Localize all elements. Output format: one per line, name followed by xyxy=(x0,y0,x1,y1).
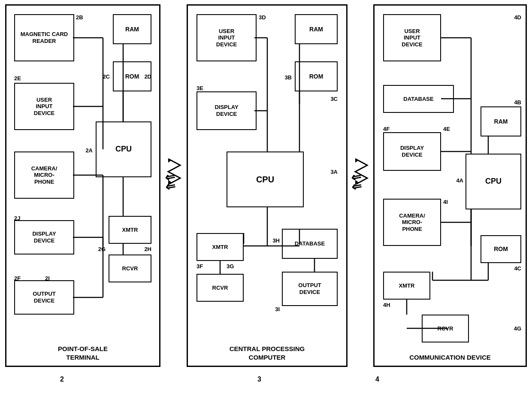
ref-4i: 4I xyxy=(443,199,448,205)
display-pos: DISPLAYDEVICE xyxy=(14,220,74,255)
ref-4c: 4C xyxy=(514,265,521,272)
cpu-comm: CPU xyxy=(466,154,521,209)
sys-num-4: 4 xyxy=(375,376,379,383)
ref-4h: 4H xyxy=(383,302,390,308)
ref-4a: 4A xyxy=(456,177,463,184)
output-cpu: OUTPUTDEVICE xyxy=(282,272,338,306)
ram-comm: RAM xyxy=(481,106,521,136)
ref-3f: 3F xyxy=(196,263,203,270)
ram-cpu: RAM xyxy=(295,14,338,44)
ref-2a: 2A xyxy=(85,147,93,154)
ref-4d: 4D xyxy=(514,14,521,21)
ref-3d: 3D xyxy=(259,14,266,21)
ref-4g: 4G xyxy=(514,325,521,332)
ref-4f: 4F xyxy=(383,126,390,132)
ref-3i: 3I xyxy=(275,306,280,312)
database-comm: DATABASE xyxy=(383,85,454,113)
user-input-pos: USERINPUTDEVICE xyxy=(14,83,74,130)
ref-2e: 2E xyxy=(14,75,21,82)
cpu-label: CENTRAL PROCESSINGCOMPUTER xyxy=(188,345,346,361)
rcvr-comm: RCVR xyxy=(422,315,469,342)
ref-2h: 2H xyxy=(144,246,151,252)
sys-num-3: 3 xyxy=(257,376,261,383)
ref-4b: 4B xyxy=(514,99,521,106)
ref-label-2b: 2B xyxy=(76,14,83,21)
ref-2d: 2D xyxy=(144,73,151,80)
camera-mic-comm: CAMERA/MICRO-PHONE xyxy=(383,199,441,246)
ref-2c: 2C xyxy=(103,73,110,80)
display-cpu: DISPLAYDEVICE xyxy=(196,91,257,130)
comm-label: COMMUNICATION DEVICE xyxy=(375,353,526,362)
ref-2g: 2G xyxy=(98,246,106,252)
rcvr-cpu: RCVR xyxy=(196,274,244,302)
camera-mic-pos: CAMERA/MICRO-PHONE xyxy=(14,152,74,199)
ref-3b: 3B xyxy=(284,74,292,81)
ref-4e: 4E xyxy=(443,126,450,132)
ref-3h: 3H xyxy=(272,237,280,244)
xmtr-pos: XMTR xyxy=(109,216,151,244)
ref-3c: 3C xyxy=(330,96,338,102)
user-input-cpu: USERINPUTDEVICE xyxy=(196,14,257,61)
rom-cpu: ROM xyxy=(295,61,338,91)
ref-2i: 2I xyxy=(45,275,50,282)
zigzag-left xyxy=(164,157,184,188)
ref-3a: 3A xyxy=(330,169,338,175)
xmtr-cpu: XMTR xyxy=(196,233,244,261)
magnetic-card-reader: MAGNETIC CARD READER xyxy=(14,14,74,61)
rcvr-pos: RCVR xyxy=(109,255,151,282)
sys-num-2: 2 xyxy=(60,376,64,383)
rom-comm: ROM xyxy=(481,235,521,263)
cpu-central: CPU xyxy=(227,152,304,207)
display-comm: DISPLAYDEVICE xyxy=(383,132,441,171)
cpu-pos: CPU xyxy=(96,121,151,177)
ref-2j: 2J xyxy=(14,215,20,221)
pos-label: POINT-OF-SALETERMINAL xyxy=(6,345,159,361)
database-cpu: DATABASE xyxy=(282,229,338,259)
user-input-comm: USERINPUTDEVICE xyxy=(383,14,441,61)
ref-3e: 3E xyxy=(196,85,203,91)
zigzag-right xyxy=(351,157,372,188)
output-pos: OUTPUTDEVICE xyxy=(14,280,74,315)
xmtr-comm: XMTR xyxy=(383,272,430,300)
ref-3g: 3G xyxy=(227,263,234,270)
ref-2f: 2F xyxy=(14,275,21,282)
ram-pos: RAM xyxy=(113,14,151,44)
